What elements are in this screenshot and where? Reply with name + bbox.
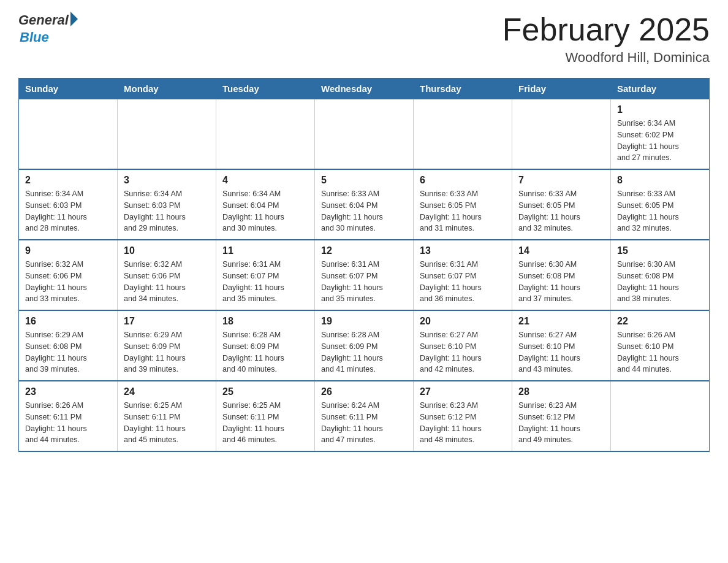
day-info: Sunrise: 6:34 AM Sunset: 6:03 PM Dayligh… (124, 188, 210, 234)
calendar-cell: 15Sunrise: 6:30 AM Sunset: 6:08 PM Dayli… (611, 240, 710, 310)
calendar-cell: 1Sunrise: 6:34 AM Sunset: 6:02 PM Daylig… (611, 99, 710, 170)
day-number: 5 (321, 175, 407, 186)
calendar-cell: 4Sunrise: 6:34 AM Sunset: 6:04 PM Daylig… (216, 169, 315, 240)
day-info: Sunrise: 6:25 AM Sunset: 6:11 PM Dayligh… (124, 400, 210, 446)
day-number: 15 (617, 245, 703, 256)
day-number: 19 (321, 316, 407, 327)
calendar-cell (512, 99, 611, 170)
calendar-week-row: 2Sunrise: 6:34 AM Sunset: 6:03 PM Daylig… (19, 169, 710, 240)
weekday-header-thursday: Thursday (414, 79, 512, 99)
calendar-cell (19, 99, 118, 170)
logo-arrow-icon (70, 12, 78, 26)
calendar-cell: 10Sunrise: 6:32 AM Sunset: 6:06 PM Dayli… (118, 240, 216, 310)
day-number: 9 (25, 245, 111, 256)
day-info: Sunrise: 6:33 AM Sunset: 6:05 PM Dayligh… (518, 188, 604, 234)
calendar-cell: 11Sunrise: 6:31 AM Sunset: 6:07 PM Dayli… (216, 240, 315, 310)
day-info: Sunrise: 6:34 AM Sunset: 6:03 PM Dayligh… (25, 188, 111, 234)
day-info: Sunrise: 6:31 AM Sunset: 6:07 PM Dayligh… (321, 259, 407, 305)
calendar-cell: 18Sunrise: 6:28 AM Sunset: 6:09 PM Dayli… (216, 310, 315, 381)
day-info: Sunrise: 6:26 AM Sunset: 6:10 PM Dayligh… (617, 329, 703, 375)
logo: General Blue (18, 12, 78, 45)
day-number: 14 (518, 245, 604, 256)
day-number: 17 (124, 316, 210, 327)
day-info: Sunrise: 6:32 AM Sunset: 6:06 PM Dayligh… (124, 259, 210, 305)
calendar-cell: 6Sunrise: 6:33 AM Sunset: 6:05 PM Daylig… (414, 169, 512, 240)
day-info: Sunrise: 6:31 AM Sunset: 6:07 PM Dayligh… (222, 259, 308, 305)
day-number: 13 (420, 245, 506, 256)
day-number: 21 (518, 316, 604, 327)
day-info: Sunrise: 6:28 AM Sunset: 6:09 PM Dayligh… (222, 329, 308, 375)
day-info: Sunrise: 6:33 AM Sunset: 6:05 PM Dayligh… (420, 188, 506, 234)
calendar-week-row: 23Sunrise: 6:26 AM Sunset: 6:11 PM Dayli… (19, 381, 710, 451)
day-number: 22 (617, 316, 703, 327)
calendar-cell (414, 99, 512, 170)
calendar-body: 1Sunrise: 6:34 AM Sunset: 6:02 PM Daylig… (19, 99, 710, 452)
day-info: Sunrise: 6:32 AM Sunset: 6:06 PM Dayligh… (25, 259, 111, 305)
calendar-cell: 2Sunrise: 6:34 AM Sunset: 6:03 PM Daylig… (19, 169, 118, 240)
weekday-header-friday: Friday (512, 79, 611, 99)
calendar-cell: 3Sunrise: 6:34 AM Sunset: 6:03 PM Daylig… (118, 169, 216, 240)
calendar-cell (315, 99, 414, 170)
calendar-cell: 24Sunrise: 6:25 AM Sunset: 6:11 PM Dayli… (118, 381, 216, 451)
day-info: Sunrise: 6:26 AM Sunset: 6:11 PM Dayligh… (25, 400, 111, 446)
calendar-table: SundayMondayTuesdayWednesdayThursdayFrid… (18, 78, 710, 452)
day-number: 26 (321, 386, 407, 397)
weekday-header-row: SundayMondayTuesdayWednesdayThursdayFrid… (19, 79, 710, 99)
day-number: 23 (25, 386, 111, 397)
calendar-cell (611, 381, 710, 451)
day-number: 2 (25, 175, 111, 186)
logo-general-text: General (18, 12, 69, 28)
day-number: 6 (420, 175, 506, 186)
calendar-cell: 21Sunrise: 6:27 AM Sunset: 6:10 PM Dayli… (512, 310, 611, 381)
day-number: 8 (617, 175, 703, 186)
day-info: Sunrise: 6:25 AM Sunset: 6:11 PM Dayligh… (222, 400, 308, 446)
logo-blue-text: Blue (20, 29, 49, 45)
day-info: Sunrise: 6:28 AM Sunset: 6:09 PM Dayligh… (321, 329, 407, 375)
weekday-header-monday: Monday (118, 79, 216, 99)
page-header: General Blue February 2025 Woodford Hill… (18, 12, 710, 66)
day-info: Sunrise: 6:23 AM Sunset: 6:12 PM Dayligh… (420, 400, 506, 446)
weekday-header-saturday: Saturday (611, 79, 710, 99)
day-info: Sunrise: 6:31 AM Sunset: 6:07 PM Dayligh… (420, 259, 506, 305)
day-info: Sunrise: 6:30 AM Sunset: 6:08 PM Dayligh… (617, 259, 703, 305)
calendar-cell: 19Sunrise: 6:28 AM Sunset: 6:09 PM Dayli… (315, 310, 414, 381)
day-info: Sunrise: 6:27 AM Sunset: 6:10 PM Dayligh… (420, 329, 506, 375)
calendar-week-row: 9Sunrise: 6:32 AM Sunset: 6:06 PM Daylig… (19, 240, 710, 310)
day-number: 27 (420, 386, 506, 397)
calendar-cell: 5Sunrise: 6:33 AM Sunset: 6:04 PM Daylig… (315, 169, 414, 240)
day-number: 18 (222, 316, 308, 327)
day-number: 28 (518, 386, 604, 397)
calendar-cell: 27Sunrise: 6:23 AM Sunset: 6:12 PM Dayli… (414, 381, 512, 451)
day-number: 12 (321, 245, 407, 256)
day-info: Sunrise: 6:33 AM Sunset: 6:04 PM Dayligh… (321, 188, 407, 234)
day-info: Sunrise: 6:34 AM Sunset: 6:04 PM Dayligh… (222, 188, 308, 234)
day-number: 1 (617, 104, 703, 115)
day-number: 3 (124, 175, 210, 186)
location-title: Woodford Hill, Dominica (502, 50, 710, 66)
calendar-cell (216, 99, 315, 170)
calendar-cell: 26Sunrise: 6:24 AM Sunset: 6:11 PM Dayli… (315, 381, 414, 451)
calendar-cell: 12Sunrise: 6:31 AM Sunset: 6:07 PM Dayli… (315, 240, 414, 310)
day-info: Sunrise: 6:33 AM Sunset: 6:05 PM Dayligh… (617, 188, 703, 234)
calendar-cell: 20Sunrise: 6:27 AM Sunset: 6:10 PM Dayli… (414, 310, 512, 381)
calendar-cell: 16Sunrise: 6:29 AM Sunset: 6:08 PM Dayli… (19, 310, 118, 381)
day-info: Sunrise: 6:27 AM Sunset: 6:10 PM Dayligh… (518, 329, 604, 375)
day-number: 11 (222, 245, 308, 256)
day-info: Sunrise: 6:29 AM Sunset: 6:09 PM Dayligh… (124, 329, 210, 375)
day-info: Sunrise: 6:23 AM Sunset: 6:12 PM Dayligh… (518, 400, 604, 446)
day-info: Sunrise: 6:24 AM Sunset: 6:11 PM Dayligh… (321, 400, 407, 446)
title-block: February 2025 Woodford Hill, Dominica (502, 12, 710, 66)
day-number: 25 (222, 386, 308, 397)
calendar-cell: 13Sunrise: 6:31 AM Sunset: 6:07 PM Dayli… (414, 240, 512, 310)
day-info: Sunrise: 6:29 AM Sunset: 6:08 PM Dayligh… (25, 329, 111, 375)
calendar-cell: 28Sunrise: 6:23 AM Sunset: 6:12 PM Dayli… (512, 381, 611, 451)
calendar-cell: 23Sunrise: 6:26 AM Sunset: 6:11 PM Dayli… (19, 381, 118, 451)
day-number: 4 (222, 175, 308, 186)
day-number: 16 (25, 316, 111, 327)
calendar-cell: 7Sunrise: 6:33 AM Sunset: 6:05 PM Daylig… (512, 169, 611, 240)
calendar-week-row: 16Sunrise: 6:29 AM Sunset: 6:08 PM Dayli… (19, 310, 710, 381)
calendar-cell: 14Sunrise: 6:30 AM Sunset: 6:08 PM Dayli… (512, 240, 611, 310)
weekday-header-tuesday: Tuesday (216, 79, 315, 99)
calendar-cell: 9Sunrise: 6:32 AM Sunset: 6:06 PM Daylig… (19, 240, 118, 310)
day-info: Sunrise: 6:30 AM Sunset: 6:08 PM Dayligh… (518, 259, 604, 305)
